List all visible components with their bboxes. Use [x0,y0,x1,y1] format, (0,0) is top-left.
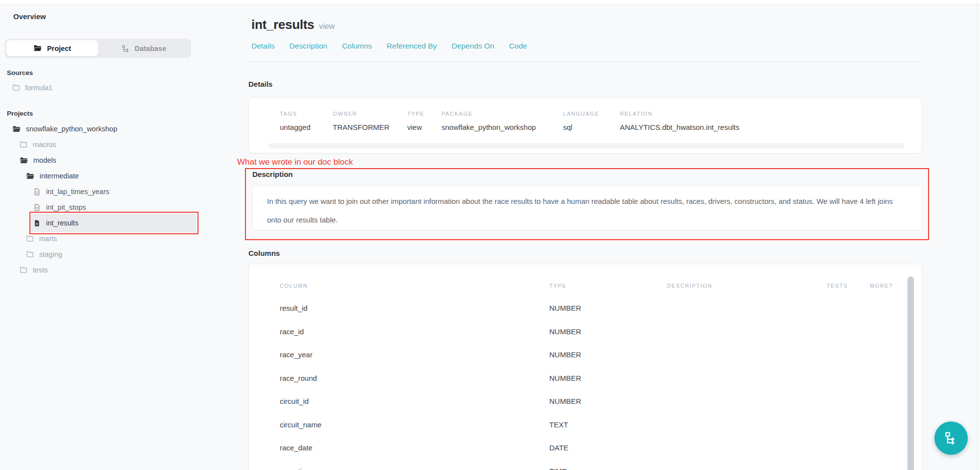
columns-vertical-scrollbar[interactable] [907,276,914,470]
file-filled-icon [33,220,41,227]
table-row[interactable]: result_id NUMBER [280,297,907,320]
tree-item-label: staging [39,250,62,258]
folder-closed-icon [26,235,34,243]
project-tree: snowflake_python_workshop macros models … [7,121,196,278]
toggle-project-button[interactable]: Project [6,40,98,56]
column-name-cell: result_id [280,304,549,312]
column-type-cell: DATE [549,444,667,452]
tree-item-label: intermediate [40,172,79,180]
tree-item-snowflake-python-workshop[interactable]: snowflake_python_workshop [7,121,196,137]
tree-item-label: marts [39,235,57,243]
tab-details[interactable]: Details [251,42,274,50]
toggle-database-button[interactable]: Database [98,40,190,56]
column-type-cell: NUMBER [549,327,667,336]
materialization-badge: view [319,22,335,30]
lineage-graph-icon [943,430,959,446]
column-type-cell: NUMBER [549,350,667,359]
toggle-database-label: Database [135,45,166,52]
field-value: ANALYTICS.dbt_hwatson.int_results [620,123,739,131]
tree-item-marts[interactable]: marts [7,231,196,247]
source-item-formula1[interactable]: formula1 [7,81,196,95]
tab-description[interactable]: Description [289,42,327,50]
column-type-cell: TIME [549,467,667,470]
column-name-cell: circuit_name [280,421,549,429]
tab-code[interactable]: Code [509,42,527,50]
tree-item-staging[interactable]: staging [7,247,196,262]
table-row[interactable]: race_id NUMBER [280,320,907,344]
model-name: int_results [251,17,314,32]
annotation-text: What we wrote in our doc block [237,157,353,167]
column-type-cell: NUMBER [549,374,667,382]
column-name-cell: race_round [280,374,549,382]
table-row[interactable]: race_round NUMBER [280,367,907,390]
file-icon [33,188,41,196]
column-type-cell: NUMBER [549,397,667,405]
tab-bar: Details Description Columns Referenced B… [251,42,527,50]
table-row[interactable]: race_year NUMBER [280,343,907,367]
sources-heading: Sources [7,69,33,76]
field-value: TRANSFORMER [333,123,407,131]
folder-closed-icon [20,141,27,148]
tree-item-tests[interactable]: tests [7,262,196,278]
viewport-edge-line [977,0,978,470]
tree-item-label: macros [33,141,56,148]
field-owner: OWNER TRANSFORMER [333,111,407,131]
details-card: TAGS untagged OWNER TRANSFORMER TYPE vie… [248,98,922,153]
sidebar-heading-overview: Overview [13,12,46,21]
field-label: TYPE [407,111,441,117]
toggle-project-label: Project [47,45,71,52]
field-value: sql [563,123,620,131]
folder-closed-icon [20,266,27,274]
table-row[interactable]: circuit_name TEXT [280,413,907,437]
tree-item-int-lap-times-years[interactable]: int_lap_times_years [7,184,196,199]
field-type: TYPE view [407,111,441,131]
lineage-graph-fab[interactable] [934,421,968,455]
details-horizontal-scrollbar[interactable] [269,143,905,148]
folder-open-icon [33,44,42,52]
header-tests: TESTS [827,283,870,289]
header-type: TYPE [549,283,667,289]
header-column: COLUMN [280,283,549,289]
field-label: TAGS [280,111,333,117]
description-text: In this query we want to join out other … [252,186,922,230]
tree-item-int-pit-stops[interactable]: int_pit_stops [7,199,196,215]
database-tree-icon [122,45,129,52]
tree-item-int-results[interactable]: int_results [7,215,196,231]
column-name-cell: circuit_id [280,397,549,405]
columns-table-header: COLUMN TYPE DESCRIPTION TESTS MORE? [280,283,907,289]
tabs-divider [245,61,923,62]
tab-referenced-by[interactable]: Referenced By [387,42,437,50]
table-row[interactable]: race_date DATE [280,436,907,460]
view-toggle-group: Project Database [5,39,191,58]
tree-item-intermediate[interactable]: intermediate [7,168,196,184]
tree-item-label: tests [33,266,48,274]
column-type-cell: TEXT [549,421,667,429]
file-icon [33,204,41,211]
field-value: view [407,123,441,131]
details-fields: TAGS untagged OWNER TRANSFORMER TYPE vie… [249,98,922,131]
field-tags: TAGS untagged [280,111,333,131]
tab-columns[interactable]: Columns [342,42,372,50]
columns-card: COLUMN TYPE DESCRIPTION TESTS MORE? resu… [248,264,922,470]
sidebar: Overview Project Database Sources formul… [0,0,211,470]
details-section-heading: Details [248,80,272,88]
tree-item-label: models [33,156,56,164]
field-value: snowflake_python_workshop [441,123,563,131]
header-more: MORE? [870,283,907,289]
tab-depends-on[interactable]: Depends On [452,42,494,50]
folder-closed-icon [12,84,20,92]
columns-section-heading: Columns [248,249,280,257]
projects-heading: Projects [7,110,33,117]
field-value: untagged [280,123,333,131]
field-language: LANGUAGE sql [563,111,620,131]
folder-open-icon [12,125,21,133]
table-row[interactable]: circuit_id NUMBER [280,390,907,413]
table-row[interactable]: race_time TIME [280,460,907,470]
folder-closed-icon [26,250,34,258]
column-name-cell: race_id [280,327,549,336]
tree-item-models[interactable]: models [7,152,196,168]
tree-item-macros[interactable]: macros [7,137,196,152]
field-label: OWNER [333,111,407,117]
tree-item-label: int_pit_stops [46,203,86,211]
column-name-cell: race_date [280,444,549,452]
